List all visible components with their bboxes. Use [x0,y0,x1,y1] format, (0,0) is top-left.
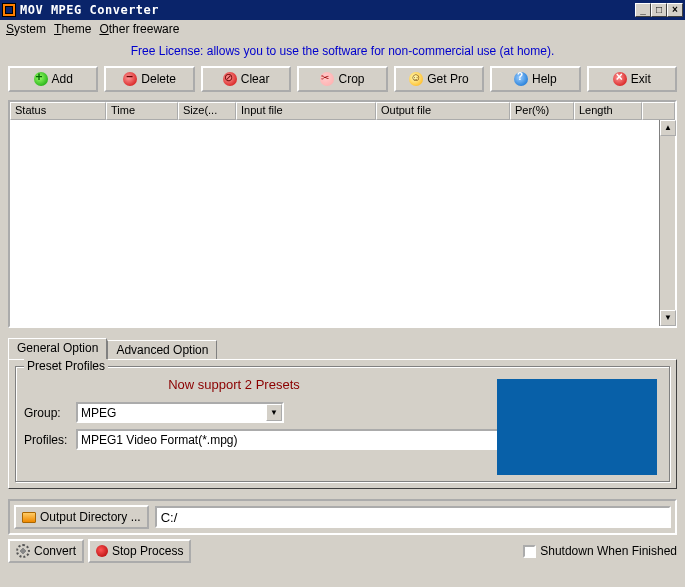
col-time[interactable]: Time [106,102,178,120]
profiles-label: Profiles: [24,433,72,447]
preset-legend: Preset Profiles [24,359,108,373]
maximize-button[interactable]: □ [651,3,667,17]
tab-advanced[interactable]: Advanced Option [107,340,217,359]
toolbar: Add Delete Clear Crop Get Pro Help Exit [0,62,685,100]
menu-theme[interactable]: Theme [54,22,91,36]
folder-icon [22,512,36,523]
convert-label: Convert [34,544,76,558]
minimize-button[interactable]: _ [635,3,651,17]
shutdown-label: Shutdown When Finished [540,544,677,558]
col-per[interactable]: Per(%) [510,102,574,120]
scroll-down-icon[interactable]: ▼ [660,310,676,326]
preset-profiles-group: Preset Profiles Now support 2 Presets Gr… [15,366,670,482]
crop-label: Crop [338,72,364,86]
window-controls: _ □ × [635,3,683,17]
output-directory-button[interactable]: Output Directory ... [14,505,149,529]
exit-label: Exit [631,72,651,86]
crop-icon [320,72,334,86]
menu-system[interactable]: System [6,22,46,36]
clear-icon [223,72,237,86]
col-input[interactable]: Input file [236,102,376,120]
getpro-icon [409,72,423,86]
col-status[interactable]: Status [10,102,106,120]
help-button[interactable]: Help [490,66,580,92]
group-value[interactable] [78,406,266,420]
delete-button[interactable]: Delete [104,66,194,92]
stop-icon [96,545,108,557]
exit-button[interactable]: Exit [587,66,677,92]
column-headers: Status Time Size(... Input file Output f… [10,102,675,120]
col-size[interactable]: Size(... [178,102,236,120]
file-list: Status Time Size(... Input file Output f… [8,100,677,328]
scroll-up-icon[interactable]: ▲ [660,120,676,136]
preset-message: Now support 2 Presets [24,377,444,392]
app-icon [2,3,16,17]
list-scrollbar[interactable]: ▲ ▼ [659,120,675,326]
col-output[interactable]: Output file [376,102,510,120]
convert-button[interactable]: Convert [8,539,84,563]
delete-label: Delete [141,72,176,86]
col-spacer [642,102,675,120]
window-title: MOV MPEG Converter [20,3,635,17]
menu-bar: System Theme Other freeware [0,20,685,38]
getpro-button[interactable]: Get Pro [394,66,484,92]
col-length[interactable]: Length [574,102,642,120]
delete-icon [123,72,137,86]
help-label: Help [532,72,557,86]
option-tabs: General Option Advanced Option [8,338,677,359]
chevron-down-icon[interactable]: ▼ [266,404,282,421]
shutdown-checkbox-row[interactable]: Shutdown When Finished [523,544,677,558]
clear-button[interactable]: Clear [201,66,291,92]
stop-label: Stop Process [112,544,183,558]
clear-label: Clear [241,72,270,86]
tab-panel: Preset Profiles Now support 2 Presets Gr… [8,359,677,489]
exit-icon [613,72,627,86]
output-button-label: Output Directory ... [40,510,141,524]
close-button[interactable]: × [667,3,683,17]
getpro-label: Get Pro [427,72,468,86]
group-combo[interactable]: ▼ [76,402,284,423]
add-icon [34,72,48,86]
preview-pane [497,379,657,475]
group-label: Group: [24,406,72,420]
tab-general[interactable]: General Option [8,338,107,359]
help-icon [514,72,528,86]
gear-icon [16,544,30,558]
shutdown-checkbox[interactable] [523,545,536,558]
menu-other-freeware[interactable]: Other freeware [99,22,179,36]
stop-button[interactable]: Stop Process [88,539,191,563]
title-bar: MOV MPEG Converter _ □ × [0,0,685,20]
output-row: Output Directory ... C:/ [8,499,677,535]
output-path-field[interactable]: C:/ [155,506,671,528]
crop-button[interactable]: Crop [297,66,387,92]
action-row: Convert Stop Process Shutdown When Finis… [8,539,677,563]
add-button[interactable]: Add [8,66,98,92]
add-label: Add [52,72,73,86]
license-text: Free License: allows you to use the soft… [0,38,685,62]
